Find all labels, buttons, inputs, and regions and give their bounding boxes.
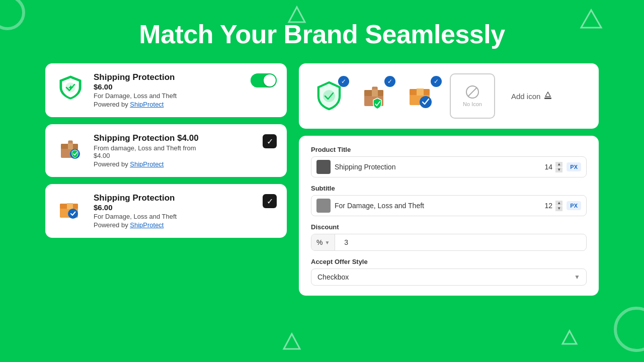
- size-down-btn[interactable]: ▼: [555, 167, 562, 172]
- icon-3-check: ✓: [431, 76, 442, 87]
- svg-point-14: [68, 209, 78, 219]
- size-up-btn[interactable]: ▲: [555, 162, 562, 167]
- card-1-price: $6.00: [94, 82, 277, 91]
- main-content: ✦ Shipping Protection $6.00 For Damage, …: [0, 63, 644, 296]
- card-1-title: Shipping Protection: [94, 72, 277, 82]
- product-title-size: 14: [543, 163, 553, 171]
- discount-label: Discount: [311, 223, 587, 231]
- svg-marker-27: [545, 92, 550, 97]
- product-title-label: Product Title: [311, 146, 587, 153]
- subtitle-stepper[interactable]: ▲ ▼: [555, 201, 562, 211]
- icons-panel: ✓ ✓: [299, 63, 599, 129]
- card-3: Shipping Protection $6.00 For Damage, Lo…: [45, 184, 287, 238]
- card-2-subtitle: From damage, Loss and Theft from$4.00: [94, 144, 277, 159]
- page-headline: Match Your Brand Seamlessly: [0, 0, 644, 63]
- left-column: ✦ Shipping Protection $6.00 For Damage, …: [45, 63, 287, 296]
- subtitle-size: 12: [543, 202, 553, 210]
- card-3-title: Shipping Protection: [94, 193, 277, 203]
- product-title-size-control: 14 ▲ ▼: [543, 162, 562, 172]
- accept-offer-select[interactable]: Checkbox ▼: [311, 268, 587, 286]
- svg-marker-2: [284, 334, 300, 349]
- form-group-discount: Discount % ▼: [311, 223, 587, 251]
- subtitle-input[interactable]: [335, 202, 539, 210]
- svg-marker-3: [562, 331, 577, 344]
- product-title-unit: PX: [567, 162, 581, 171]
- add-icon-button[interactable]: Add icon: [505, 87, 558, 105]
- card-3-subtitle: For Damage, Loss and Theft: [94, 213, 277, 220]
- card-3-body: Shipping Protection $6.00 For Damage, Lo…: [94, 193, 277, 229]
- deco-triangle-br: [560, 329, 579, 347]
- svg-rect-13: [67, 203, 73, 209]
- card-1-toggle[interactable]: [251, 73, 277, 89]
- no-icon-label: No Icon: [463, 101, 482, 107]
- chevron-down-icon: ▼: [574, 274, 580, 281]
- icon-option-1[interactable]: ✓: [311, 78, 347, 114]
- deco-triangle-bl: [282, 332, 302, 352]
- no-icon-option[interactable]: No Icon: [450, 73, 495, 119]
- card-2-link[interactable]: ShipProtect: [130, 160, 164, 168]
- card-1-link[interactable]: ShipProtect: [130, 101, 164, 108]
- discount-prefix[interactable]: % ▼: [311, 234, 335, 250]
- subtitle-color-swatch[interactable]: [316, 199, 331, 213]
- deco-circle-br: [614, 307, 644, 352]
- accept-offer-value: Checkbox: [317, 273, 574, 281]
- card-1-powered: Powered by ShipProtect: [94, 101, 277, 108]
- add-icon-label: Add icon: [511, 92, 540, 101]
- subtitle-label: Subtitle: [311, 185, 587, 192]
- svg-text:✦: ✦: [67, 83, 74, 92]
- card-1-body: Shipping Protection $6.00 For Damage, Lo…: [94, 72, 277, 108]
- svg-rect-9: [68, 143, 73, 149]
- card-3-icon: [55, 193, 86, 223]
- card-3-link[interactable]: ShipProtect: [130, 221, 164, 229]
- card-1: ✦ Shipping Protection $6.00 For Damage, …: [45, 63, 287, 117]
- subtitle-size-down-btn[interactable]: ▼: [555, 206, 562, 211]
- card-1-subtitle: For Damage, Loss and Theft: [94, 92, 277, 100]
- svg-line-25: [468, 87, 477, 97]
- right-column: ✓ ✓: [299, 63, 599, 296]
- card-2-powered: Powered by ShipProtect: [94, 160, 277, 168]
- svg-rect-19: [372, 89, 378, 97]
- card-2: Shipping Protection $4.00 From damage, L…: [45, 124, 287, 177]
- discount-input[interactable]: [339, 234, 586, 250]
- svg-rect-22: [417, 88, 424, 96]
- form-group-title: Product Title 14 ▲ ▼ PX: [311, 146, 587, 177]
- discount-row: % ▼: [311, 234, 587, 251]
- card-1-icon: ✦: [55, 72, 86, 103]
- card-2-checkbox[interactable]: ✓: [263, 134, 277, 148]
- product-title-stepper[interactable]: ▲ ▼: [555, 162, 562, 172]
- checkbox-checked-3[interactable]: ✓: [263, 194, 277, 208]
- icon-option-2[interactable]: ✓: [357, 78, 393, 114]
- form-panel: Product Title 14 ▲ ▼ PX Subtitle: [299, 136, 599, 296]
- product-title-color-swatch[interactable]: [316, 160, 331, 174]
- card-2-body: Shipping Protection $4.00 From damage, L…: [94, 133, 277, 168]
- card-3-powered: Powered by ShipProtect: [94, 221, 277, 229]
- product-title-input[interactable]: [335, 163, 539, 171]
- card-3-price: $6.00: [94, 203, 277, 212]
- form-group-accept-offer: Accept Offer Style Checkbox ▼: [311, 258, 587, 286]
- card-2-title: Shipping Protection $4.00: [94, 133, 277, 143]
- checkbox-checked[interactable]: ✓: [263, 134, 277, 148]
- icon-option-3[interactable]: ✓: [404, 78, 440, 114]
- toggle-switch[interactable]: [251, 73, 277, 87]
- subtitle-size-up-btn[interactable]: ▲: [555, 201, 562, 206]
- icon-1-check: ✓: [338, 76, 349, 87]
- card-3-checkbox[interactable]: ✓: [263, 194, 277, 208]
- subtitle-size-control: 12 ▲ ▼: [543, 201, 562, 211]
- product-title-row: 14 ▲ ▼ PX: [311, 156, 587, 177]
- accept-offer-label: Accept Offer Style: [311, 258, 587, 265]
- subtitle-unit: PX: [567, 201, 581, 210]
- icon-2-check: ✓: [384, 76, 395, 87]
- form-group-subtitle: Subtitle 12 ▲ ▼ PX: [311, 185, 587, 216]
- card-2-icon: [55, 133, 86, 163]
- subtitle-row: 12 ▲ ▼ PX: [311, 195, 587, 216]
- svg-rect-26: [544, 98, 551, 99]
